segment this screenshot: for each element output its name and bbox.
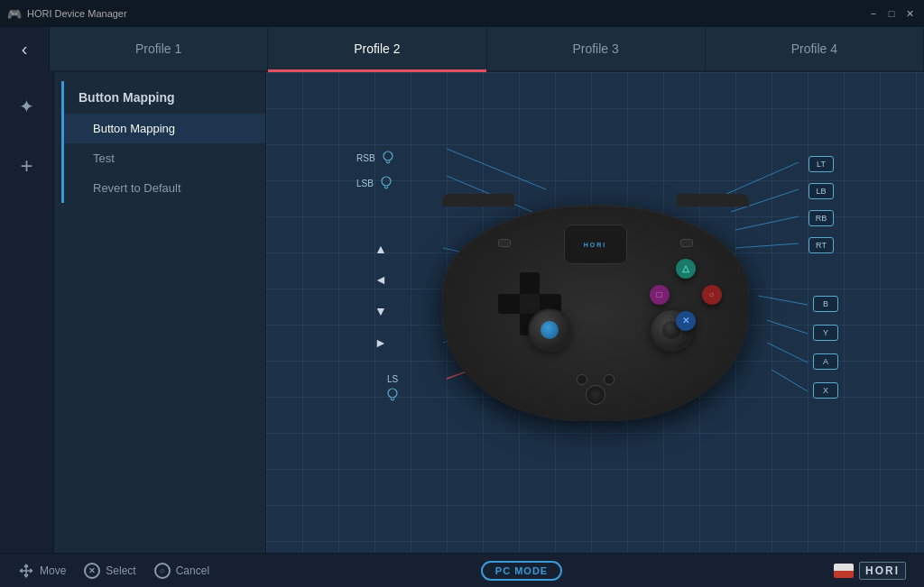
cancel-label: Cancel (176, 564, 209, 577)
tab-profile2[interactable]: Profile 2 (268, 27, 486, 70)
nav-item-revert[interactable]: Revert to Default (61, 173, 265, 203)
flag-top (834, 564, 854, 571)
back-button[interactable]: ‹ (0, 27, 50, 70)
hori-logo-text: HORI (859, 562, 906, 580)
left-shoulder (442, 194, 514, 206)
small-buttons-row (577, 374, 614, 385)
japan-flag-icon (834, 564, 854, 578)
statusbar: Move ✕ Select ○ Cancel PC MODE HORI (0, 553, 924, 587)
main-layout: ✦ + Button Mapping Button Mapping Test R… (0, 72, 924, 553)
status-move: Move (18, 563, 66, 579)
rsb-label: RSB (356, 149, 397, 167)
titlebar: 🎮 HORI Device Manager − □ ✕ (0, 0, 924, 27)
dpad-up-label: ▲ (374, 242, 387, 256)
hori-ctrl-logo: HORI (584, 241, 607, 247)
controller-body: HORI (442, 205, 749, 421)
svg-point-17 (388, 389, 397, 398)
left-analog-stick[interactable] (528, 308, 571, 352)
svg-point-15 (383, 151, 393, 161)
lt-label: LT (808, 156, 834, 172)
back-arrow-icon: ‹ (22, 39, 28, 60)
options-button[interactable] (680, 239, 693, 247)
status-select: ✕ Select (84, 563, 135, 579)
controller-image: HORI (406, 160, 785, 466)
share-button[interactable] (498, 239, 511, 247)
sidebar: ✦ + (0, 72, 54, 553)
small-btn-left[interactable] (577, 374, 587, 385)
b-label: B (813, 296, 838, 312)
svg-point-16 (382, 177, 391, 186)
a-label: A (813, 353, 838, 370)
ps-button[interactable] (586, 385, 605, 405)
lb-label: LB (808, 183, 834, 199)
circle-button[interactable]: ○ (702, 285, 722, 305)
touchpad: HORI (564, 225, 627, 264)
face-buttons: △ □ ○ ✕ (650, 259, 722, 331)
restore-button[interactable]: □ (884, 6, 899, 21)
flag-bottom (834, 571, 854, 578)
status-controls: Move ✕ Select ○ Cancel (18, 563, 209, 579)
dpad-left-label: ◄ (374, 272, 387, 287)
dpad-center (520, 294, 540, 314)
sidebar-add-icon[interactable]: + (11, 150, 43, 182)
tab-profile4[interactable]: Profile 4 (706, 27, 924, 70)
dpad-down-label: ▼ (374, 304, 387, 318)
tabbar: ‹ Profile 1 Profile 2 Profile 3 Profile … (0, 27, 924, 72)
select-icon: ✕ (84, 563, 100, 579)
tab-profile3[interactable]: Profile 3 (487, 27, 706, 70)
app-title: HORI Device Manager (27, 8, 127, 19)
rb-label: RB (808, 210, 834, 226)
move-label: Move (40, 564, 66, 577)
pc-mode-button[interactable]: PC MODE (481, 561, 562, 581)
right-shoulder (677, 194, 749, 206)
rt-label: RT (808, 237, 834, 253)
navpanel: Button Mapping Button Mapping Test Rever… (54, 72, 266, 553)
sidebar-move-icon[interactable]: ✦ (11, 90, 43, 123)
nav-section-button-mapping[interactable]: Button Mapping (61, 81, 265, 114)
dpad-right-label: ► (374, 335, 387, 350)
titlebar-title: 🎮 HORI Device Manager (7, 7, 127, 21)
select-label: Select (106, 564, 135, 577)
close-button[interactable]: ✕ (902, 6, 917, 21)
status-cancel: ○ Cancel (154, 563, 209, 579)
cross-button[interactable]: ✕ (676, 311, 696, 331)
move-icon (18, 563, 34, 579)
app-icon: 🎮 (7, 7, 22, 21)
controller-diagram: HORI (266, 72, 924, 553)
y-label: Y (813, 325, 838, 341)
hori-brand: HORI (834, 562, 906, 580)
nav-item-test[interactable]: Test (61, 143, 265, 173)
minimize-button[interactable]: − (866, 6, 881, 21)
small-btn-right[interactable] (604, 374, 614, 385)
titlebar-controls: − □ ✕ (866, 6, 917, 21)
x-label: X (813, 382, 838, 399)
tab-profile1[interactable]: Profile 1 (50, 27, 268, 70)
square-button[interactable]: □ (650, 285, 670, 305)
ls-label: LS (383, 374, 402, 404)
lsb-label: LSB (356, 174, 395, 192)
cancel-icon: ○ (154, 563, 171, 579)
nav-item-button-mapping[interactable]: Button Mapping (61, 114, 265, 143)
triangle-button[interactable]: △ (676, 259, 696, 279)
